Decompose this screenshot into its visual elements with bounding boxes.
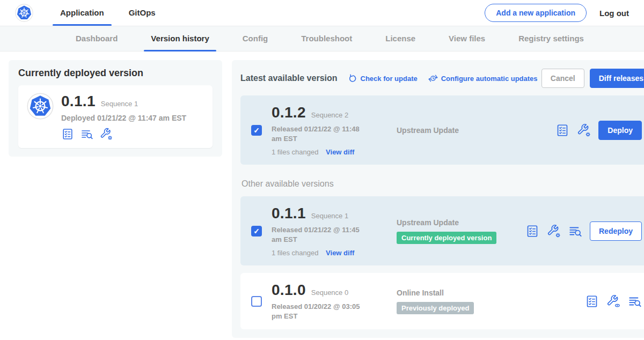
released-timestamp: Released 01/21/22 @ 11:45 am EST bbox=[272, 225, 368, 244]
deployed-version-card: 0.1.1 Sequence 1 Deployed 01/21/22 @ 11:… bbox=[18, 85, 213, 148]
edit-config-icon[interactable] bbox=[577, 123, 591, 137]
version-source-label: Upstream Update bbox=[397, 126, 525, 135]
subnav-tab-dashboard[interactable]: Dashboard bbox=[69, 26, 125, 51]
preflight-checks-icon[interactable] bbox=[555, 123, 569, 137]
files-changed-label: 1 files changed bbox=[272, 249, 318, 257]
sequence-label: Sequence 1 bbox=[311, 212, 348, 220]
currently-deployed-badge: Currently deployed version bbox=[397, 232, 496, 244]
tab-gitops[interactable]: GitOps bbox=[121, 0, 163, 26]
version-checkbox[interactable] bbox=[251, 296, 262, 307]
available-versions-header: Latest available version Check for updat… bbox=[240, 69, 644, 88]
subnav-tab-license[interactable]: License bbox=[378, 26, 422, 51]
diff-releases-button[interactable]: Diff releases bbox=[590, 69, 644, 88]
add-new-application-button[interactable]: Add a new application bbox=[485, 4, 587, 22]
subnav-tab-version-history[interactable]: Version history bbox=[144, 26, 216, 51]
deployed-sequence-label: Sequence 1 bbox=[101, 100, 138, 108]
released-timestamp: Released 01/21/22 @ 11:48 am EST bbox=[272, 124, 368, 143]
view-diff-link[interactable]: View diff bbox=[326, 148, 354, 156]
other-available-versions-title: Other available versions bbox=[241, 179, 644, 189]
kubernetes-logo-icon bbox=[15, 4, 33, 22]
check-for-update-link[interactable]: Check for update bbox=[348, 74, 418, 83]
view-diff-link[interactable]: View diff bbox=[326, 249, 354, 257]
redeploy-button[interactable]: Redeploy bbox=[590, 221, 642, 241]
deployed-version-number: 0.1.1 bbox=[61, 93, 96, 110]
preflight-checks-icon[interactable] bbox=[61, 128, 74, 141]
version-history-page: Currently deployed version 0.1.1 Sequenc… bbox=[0, 51, 644, 340]
sequence-label: Sequence 2 bbox=[311, 111, 348, 119]
sequence-label: Sequence 0 bbox=[311, 289, 348, 297]
version-source-label: Upstream Update bbox=[397, 218, 525, 227]
edit-config-icon[interactable] bbox=[547, 224, 561, 238]
logout-button[interactable]: Log out bbox=[599, 9, 629, 18]
app-sub-nav: Dashboard Version history Config Trouble… bbox=[0, 26, 644, 51]
available-versions-panel: Latest available version Check for updat… bbox=[232, 60, 644, 338]
latest-available-title: Latest available version bbox=[240, 73, 338, 83]
version-row-0-1-0: 0.1.0 Sequence 0 Released 01/20/22 @ 03:… bbox=[240, 273, 644, 329]
preflight-checks-icon[interactable] bbox=[585, 294, 599, 308]
subnav-tab-troubleshoot[interactable]: Troubleshoot bbox=[294, 26, 359, 51]
version-number: 0.1.0 bbox=[272, 282, 306, 299]
subnav-tab-view-files[interactable]: View files bbox=[442, 26, 492, 51]
version-number: 0.1.2 bbox=[272, 104, 306, 121]
view-files-icon[interactable] bbox=[568, 224, 582, 238]
view-config-icon[interactable] bbox=[606, 294, 620, 308]
version-number: 0.1.1 bbox=[272, 205, 306, 222]
preflight-checks-icon[interactable] bbox=[525, 224, 539, 238]
currently-deployed-panel: Currently deployed version 0.1.1 Sequenc… bbox=[9, 60, 222, 157]
deployed-timestamp: Deployed 01/21/22 @ 11:47 am EST bbox=[61, 114, 186, 122]
version-source-label: Online Install bbox=[397, 289, 525, 297]
tab-application[interactable]: Application bbox=[53, 0, 112, 26]
top-nav: Application GitOps Add a new application… bbox=[0, 0, 644, 26]
version-checkbox[interactable] bbox=[251, 226, 262, 236]
subnav-tab-config[interactable]: Config bbox=[236, 26, 275, 51]
version-row-0-1-2: 0.1.2 Sequence 2 Released 01/21/22 @ 11:… bbox=[240, 95, 644, 165]
files-changed-label: 1 files changed bbox=[272, 148, 318, 156]
subnav-tab-registry-settings[interactable]: Registry settings bbox=[511, 26, 591, 51]
currently-deployed-title: Currently deployed version bbox=[18, 68, 213, 79]
check-update-icon bbox=[348, 74, 357, 83]
version-row-0-1-1: 0.1.1 Sequence 1 Released 01/21/22 @ 11:… bbox=[240, 196, 644, 265]
deploy-button[interactable]: Deploy bbox=[598, 121, 642, 140]
edit-config-icon[interactable] bbox=[100, 128, 113, 141]
version-checkbox[interactable] bbox=[251, 125, 262, 136]
released-timestamp: Released 01/20/22 @ 03:05 pm EST bbox=[272, 302, 368, 321]
app-logo-icon bbox=[27, 93, 54, 120]
view-files-icon[interactable] bbox=[80, 128, 93, 141]
view-files-icon[interactable] bbox=[628, 294, 642, 308]
auto-update-icon bbox=[428, 73, 438, 83]
cancel-button[interactable]: Cancel bbox=[541, 69, 584, 88]
configure-automatic-updates-link[interactable]: Configure automatic updates bbox=[428, 73, 538, 83]
previously-deployed-badge: Previously deployed bbox=[397, 302, 474, 314]
